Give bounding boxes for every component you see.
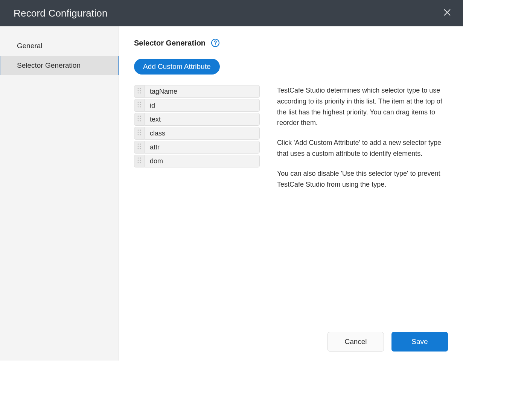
svg-point-28 [138,143,139,145]
svg-point-8 [138,92,139,93]
svg-point-27 [140,134,141,135]
svg-point-3 [215,44,216,45]
svg-point-10 [138,102,139,103]
svg-point-12 [138,104,139,105]
svg-point-23 [140,129,141,131]
svg-point-14 [138,106,139,107]
grip-icon [137,116,141,123]
dialog-footer: Cancel Save [119,328,463,361]
svg-point-6 [138,90,139,91]
drag-handle[interactable] [134,155,145,167]
sidebar-item-selector-generation[interactable]: Selector Generation [0,56,119,75]
grip-icon [137,157,141,165]
selector-row-attr[interactable]: attr [134,141,260,154]
dialog-title: Record Configuration [14,8,108,19]
svg-point-38 [138,162,139,163]
section-heading: Selector Generation [134,38,448,47]
svg-point-21 [140,120,141,121]
svg-point-25 [140,132,141,133]
description-text: TestCafe Studio determines which selecto… [277,85,448,190]
dialog-body: General Selector Generation Selector Gen… [0,26,463,361]
svg-point-22 [138,129,139,131]
main-panel: Selector Generation Add Custom Attribute [119,26,463,361]
selector-label: class [145,127,260,140]
selector-label: id [145,99,260,112]
description-paragraph: You can also disable 'Use this selector … [277,168,448,190]
selector-label: attr [145,141,260,154]
svg-point-5 [140,88,141,89]
selector-row-text[interactable]: text [134,113,260,126]
svg-point-20 [138,120,139,121]
grip-icon [137,129,141,137]
grip-icon [137,102,141,110]
svg-point-4 [138,88,139,89]
drag-handle[interactable] [134,127,145,140]
selector-row-tagname[interactable]: tagName [134,85,260,98]
sidebar-item-label: Selector Generation [17,61,81,69]
svg-point-24 [138,132,139,133]
svg-point-33 [140,148,141,149]
description-paragraph: TestCafe Studio determines which selecto… [277,85,448,128]
svg-point-26 [138,134,139,135]
close-icon [444,9,451,18]
svg-point-37 [140,160,141,161]
close-button[interactable] [442,8,452,18]
help-icon[interactable] [211,38,220,47]
selector-row-id[interactable]: id [134,99,260,112]
svg-point-19 [140,118,141,119]
svg-point-32 [138,148,139,149]
svg-point-30 [138,146,139,147]
selector-label: text [145,113,260,126]
drag-handle[interactable] [134,85,145,98]
svg-point-18 [138,118,139,119]
record-configuration-dialog: Record Configuration General Selector Ge… [0,0,463,361]
cancel-button[interactable]: Cancel [327,332,384,352]
svg-point-16 [138,116,139,117]
save-button[interactable]: Save [391,332,448,352]
grip-icon [137,143,141,151]
sidebar: General Selector Generation [0,26,119,361]
selector-label: dom [145,155,260,167]
section-title: Selector Generation [134,39,206,47]
selector-row-class[interactable]: class [134,127,260,140]
svg-point-36 [138,160,139,161]
svg-point-15 [140,106,141,107]
svg-point-7 [140,90,141,91]
svg-point-29 [140,143,141,145]
sidebar-item-general[interactable]: General [0,36,119,56]
svg-point-34 [138,157,139,158]
drag-handle[interactable] [134,141,145,154]
main-content: Selector Generation Add Custom Attribute [119,26,463,328]
selector-configuration-row: tagName id [134,85,448,190]
selector-row-dom[interactable]: dom [134,155,260,167]
selector-priority-list: tagName id [134,85,260,167]
svg-point-17 [140,116,141,117]
grip-icon [137,88,141,96]
dialog-header: Record Configuration [0,0,463,26]
selector-label: tagName [145,85,260,98]
add-custom-attribute-button[interactable]: Add Custom Attribute [134,59,220,75]
svg-point-35 [140,157,141,158]
svg-point-39 [140,162,141,163]
drag-handle[interactable] [134,113,145,126]
sidebar-item-label: General [17,42,43,50]
description-paragraph: Click 'Add Custom Attribute' to add a ne… [277,137,448,159]
svg-point-31 [140,146,141,147]
drag-handle[interactable] [134,99,145,112]
svg-point-13 [140,104,141,105]
svg-point-11 [140,102,141,103]
svg-point-9 [140,92,141,93]
